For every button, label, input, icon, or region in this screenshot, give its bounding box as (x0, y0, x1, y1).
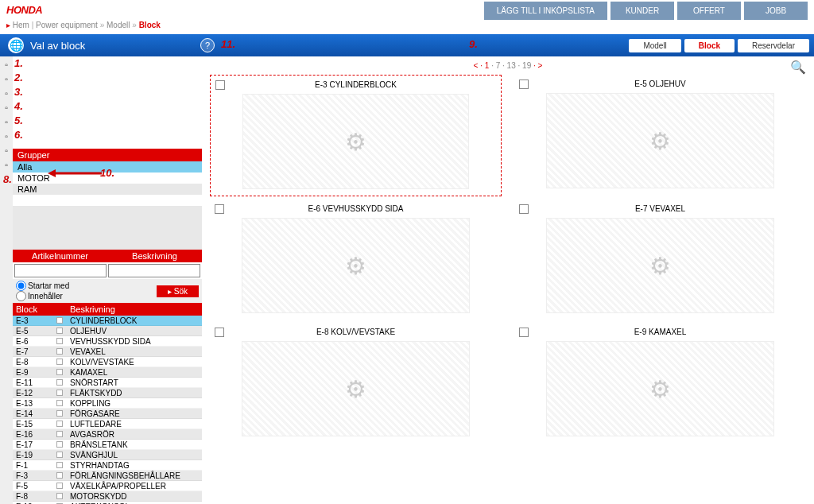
block-row[interactable]: E-16AVGASRÖR (13, 429, 202, 440)
block-desc: CYLINDERBLOCK (67, 316, 202, 325)
block-checkbox[interactable] (52, 328, 67, 334)
block-row[interactable]: E-5OLJEHUV (13, 326, 202, 336)
block-desc: FÖRLÄNGNINGSBEHÅLLARE (67, 471, 202, 480)
customers-button[interactable]: KUNDER (610, 2, 674, 20)
offer-button[interactable]: OFFERT (677, 2, 741, 20)
block-id: E-11 (13, 378, 52, 387)
block-desc: KOLV/VEVSTAKE (67, 358, 202, 366)
block-row[interactable]: E-11SNÖRSTART (13, 378, 202, 388)
block-row[interactable]: E-12FLÄKTSKYDD (13, 388, 202, 398)
annotation-6: 6. (14, 129, 23, 141)
block-checkbox[interactable] (52, 338, 67, 344)
diagram-checkbox[interactable] (519, 79, 529, 89)
diagram-image[interactable] (229, 341, 483, 436)
tab-spare-parts[interactable]: Reservdelar (738, 39, 809, 52)
block-desc: SVÄNGHJUL (67, 451, 202, 459)
block-desc: FÖRGASARE (67, 409, 202, 418)
pager-prev[interactable]: < · (474, 61, 483, 70)
toolbar-icon-4[interactable]: ▫ (1, 103, 12, 114)
diagram-cell[interactable]: E-9 KAMAXEL (514, 323, 806, 443)
block-checkbox[interactable] (52, 369, 67, 375)
group-item-ram[interactable]: RAM (13, 184, 202, 195)
block-checkbox[interactable] (52, 359, 67, 365)
block-checkbox[interactable] (52, 462, 67, 468)
breadcrumb-model[interactable]: Modell (107, 21, 130, 29)
tab-model[interactable]: Modell (629, 39, 680, 52)
block-row[interactable]: E-15LUFTLEDARE (13, 419, 202, 429)
block-row[interactable]: E-13KOPPLING (13, 398, 202, 409)
search-header: Artikelnummer Beskrivning (13, 250, 202, 262)
pager-next[interactable]: · > (533, 61, 542, 70)
diagram-image[interactable] (229, 218, 483, 313)
diagram-image[interactable] (230, 94, 482, 189)
block-row[interactable]: F-5VÄXELKÅPA/PROPELLER (13, 481, 202, 491)
pager-page-19[interactable]: 19 (522, 61, 531, 70)
breadcrumb-home[interactable]: Hem (13, 21, 29, 29)
diagram-image[interactable] (533, 218, 787, 313)
block-checkbox[interactable] (52, 348, 67, 355)
description-input[interactable] (108, 264, 200, 277)
diagram-checkbox[interactable] (215, 80, 225, 90)
block-checkbox[interactable] (52, 410, 67, 417)
contains-radio[interactable]: Innehåller (16, 291, 69, 301)
toolbar-icon-8[interactable]: ▫ (1, 161, 12, 172)
block-id: E-14 (13, 409, 52, 418)
block-list[interactable]: E-3CYLINDERBLOCKE-5OLJEHUVE-6VEVHUSSKYDD… (13, 316, 202, 504)
breadcrumb-power-equipment[interactable]: Power equipment (36, 21, 98, 29)
block-row[interactable]: E-8KOLV/VEVSTAKE (13, 357, 202, 367)
block-checkbox[interactable] (52, 317, 67, 324)
diagram-checkbox[interactable] (519, 204, 529, 214)
block-row[interactable]: E-9KAMAXEL (13, 367, 202, 378)
help-icon[interactable]: ? (200, 38, 215, 52)
groups-header: Grupper (13, 149, 202, 161)
block-id: E-15 (13, 420, 52, 428)
search-button[interactable]: ▸ Sök (157, 285, 199, 297)
article-number-input[interactable] (14, 264, 107, 277)
block-row[interactable]: F-3FÖRLÄNGNINGSBEHÅLLARE (13, 471, 202, 481)
diagram-image[interactable] (533, 93, 787, 188)
zoom-icon[interactable]: 🔍 (790, 60, 806, 75)
block-checkbox[interactable] (52, 379, 67, 386)
block-row[interactable]: E-14FÖRGASARE (13, 409, 202, 419)
toolbar-icon-7[interactable]: ▫ (1, 146, 12, 157)
diagram-cell[interactable]: E-7 VEVAXEL (514, 200, 806, 320)
diagram-image[interactable] (533, 341, 787, 436)
tab-block[interactable]: Block (684, 39, 735, 52)
block-checkbox[interactable] (52, 421, 67, 427)
toolbar-icon-6[interactable]: ▫ (1, 132, 12, 143)
block-row[interactable]: E-7VEVAXEL (13, 347, 202, 357)
toolbar-icon-2[interactable]: ▫ (1, 75, 12, 86)
block-checkbox[interactable] (52, 483, 67, 489)
starts-with-radio[interactable]: Startar med (16, 281, 69, 291)
pager-page-13[interactable]: 13 (507, 61, 516, 70)
spacer (13, 206, 202, 250)
diagram-cell[interactable]: E-5 OLJEHUV (514, 75, 806, 196)
block-checkbox[interactable] (52, 441, 67, 448)
diagram-checkbox[interactable] (519, 328, 529, 337)
job-button[interactable]: JOBB (744, 2, 808, 20)
block-checkbox[interactable] (52, 390, 67, 396)
block-checkbox[interactable] (52, 493, 67, 499)
block-id: E-19 (13, 451, 52, 459)
toolbar-icon-1[interactable]: ▫ (1, 60, 12, 72)
toolbar-icon-5[interactable]: ▫ (1, 118, 12, 129)
block-row[interactable]: E-3CYLINDERBLOCK (13, 316, 202, 326)
block-id: F-1 (13, 461, 52, 470)
block-row[interactable]: E-17BRÄNSLETANK (13, 440, 202, 450)
block-row[interactable]: F-1STYRHANDTAG (13, 460, 202, 471)
diagram-checkbox[interactable] (215, 204, 224, 214)
block-row[interactable]: E-6VEVHUSSKYDD SIDA (13, 336, 202, 347)
diagram-cell[interactable]: E-6 VEVHUSSKYDD SIDA (210, 200, 502, 320)
diagram-cell[interactable]: E-8 KOLV/VEVSTAKE (210, 323, 502, 443)
block-checkbox[interactable] (52, 400, 67, 406)
block-checkbox[interactable] (52, 472, 67, 479)
diagram-checkbox[interactable] (215, 328, 224, 337)
block-id: E-8 (13, 358, 52, 366)
diagram-cell[interactable]: E-3 CYLINDERBLOCK (210, 75, 502, 196)
block-row[interactable]: E-19SVÄNGHJUL (13, 450, 202, 460)
add-to-shopping-list-button[interactable]: LÄGG TILL I INKÖPSLISTA (484, 2, 607, 20)
block-checkbox[interactable] (52, 452, 67, 458)
block-row[interactable]: F-8MOTORSKYDD (13, 491, 202, 502)
block-checkbox[interactable] (52, 431, 67, 437)
toolbar-icon-3[interactable]: ▫ (1, 89, 12, 100)
